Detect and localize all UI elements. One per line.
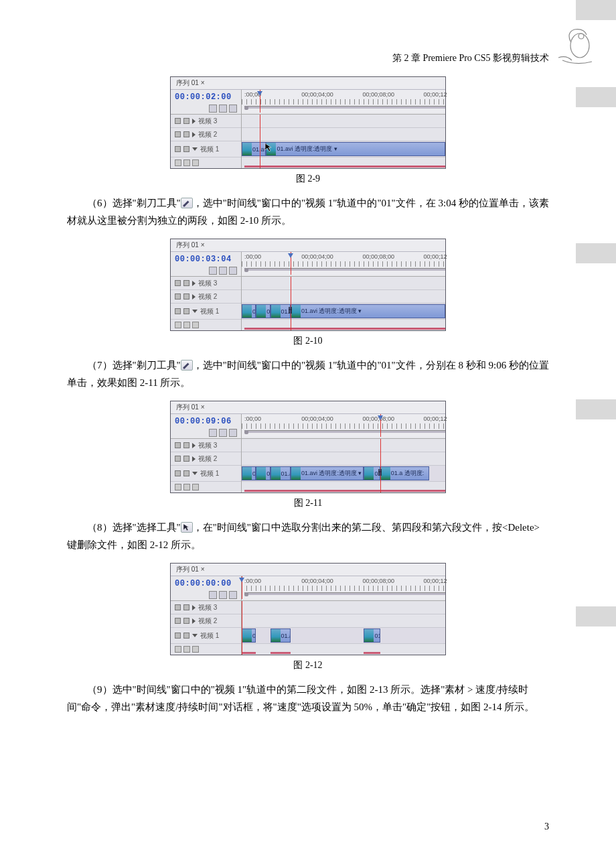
time-ruler[interactable]: :00;00 00;00;04;00 00;00;08;00 00;00;12 bbox=[242, 90, 445, 113]
tick-label: 00;00;04;00 bbox=[301, 578, 333, 584]
clip[interactable]: 01.a bbox=[242, 466, 256, 480]
playhead-line[interactable] bbox=[380, 439, 381, 492]
timeline-options[interactable] bbox=[175, 105, 237, 113]
tick-label: :00;00 bbox=[244, 578, 261, 584]
track-header-v3[interactable]: 视频 3 bbox=[171, 277, 241, 290]
time-ruler[interactable]: :00;00 00;00;04;00 00;00;08;00 00;00;12 bbox=[242, 576, 445, 599]
timeline-options[interactable] bbox=[175, 429, 237, 437]
clip[interactable]: 01.avi bbox=[242, 629, 256, 643]
tick-label: 00;00;12 bbox=[424, 578, 447, 584]
figure-2-10: 序列 01 × 00:00:03:04 :00;00 00;00;04;00 0… bbox=[67, 239, 549, 347]
page-content: 序列 01 × 00:00:02:00 :00;00 00;00;04;00 0… bbox=[67, 72, 549, 725]
collapse-icon[interactable] bbox=[192, 119, 196, 124]
track-controls[interactable] bbox=[171, 320, 241, 330]
current-timecode[interactable]: 00:00:02:00 bbox=[175, 92, 237, 102]
sequence-tab[interactable]: 序列 01 × bbox=[171, 401, 445, 414]
wrench-icon[interactable] bbox=[229, 105, 237, 113]
side-tab bbox=[576, 243, 616, 263]
clip-label: 01.avi 透明度:透明度 ▾ bbox=[277, 145, 337, 153]
timeline-options[interactable] bbox=[175, 267, 237, 275]
figure-caption: 图 2-10 bbox=[67, 335, 549, 347]
timeline-options[interactable] bbox=[175, 591, 237, 599]
clip[interactable]: 01.avi 透明度:透明度 ▾ bbox=[291, 466, 364, 480]
track-header-v1[interactable]: 视频 1 bbox=[171, 466, 241, 482]
clip[interactable]: 01.a 透明度: bbox=[380, 466, 429, 480]
playhead[interactable] bbox=[242, 576, 242, 599]
lock-icon[interactable] bbox=[183, 118, 189, 124]
collapse-icon[interactable] bbox=[192, 132, 196, 137]
lock-icon[interactable] bbox=[183, 131, 189, 137]
clip[interactable]: 01.avi bbox=[364, 629, 380, 643]
time-ruler[interactable]: :00;00 00;00;04;00 00;00;08;00 00;00;12 bbox=[242, 252, 445, 275]
playhead[interactable] bbox=[380, 414, 381, 437]
lock-icon[interactable] bbox=[183, 146, 189, 152]
clip[interactable]: 01.avi bbox=[242, 142, 266, 156]
svg-point-0 bbox=[570, 34, 589, 58]
tick-label: 00;00;08;00 bbox=[362, 253, 394, 260]
clip[interactable]: 01.a bbox=[242, 304, 256, 318]
current-timecode[interactable]: 00:00:09:06 bbox=[175, 417, 237, 426]
time-ruler[interactable]: :00;00 00;00;04;00 00;00;08;00 00;00;12 bbox=[242, 414, 445, 437]
track-header-v1[interactable]: 视频 1 bbox=[171, 304, 241, 320]
razor-tool-icon bbox=[181, 360, 193, 371]
track-header-v1[interactable]: 视频 1 bbox=[171, 141, 241, 157]
video1-track[interactable]: 01.a 01.a 01.avi 01.avi 透明度:透明度 ▾ bbox=[242, 304, 445, 320]
track-name: 视频 3 bbox=[198, 117, 217, 126]
clip[interactable]: 01.avi bbox=[271, 629, 291, 643]
track-header-v2[interactable]: 视频 2 bbox=[171, 128, 241, 141]
selection-tool-icon bbox=[181, 522, 193, 533]
clip[interactable]: 01.a bbox=[256, 466, 270, 480]
playhead[interactable] bbox=[260, 90, 260, 113]
playhead-line[interactable] bbox=[242, 601, 242, 655]
timeline-panel: 序列 01 × 00:00:02:00 :00;00 00;00;04;00 0… bbox=[170, 76, 446, 169]
snap-icon[interactable] bbox=[209, 105, 217, 113]
track-header-v1[interactable]: 视频 1 bbox=[171, 628, 241, 644]
timeline-panel: 序列 01 × 00:00:03:04 :00;00 00;00;04;00 0… bbox=[170, 239, 446, 331]
playhead[interactable] bbox=[291, 252, 291, 275]
clip-label: 01.avi bbox=[252, 146, 266, 153]
track-header-v3[interactable]: 视频 3 bbox=[171, 439, 241, 452]
sequence-tab[interactable]: 序列 01 × bbox=[171, 77, 445, 90]
eye-icon[interactable] bbox=[175, 146, 181, 152]
eye-icon[interactable] bbox=[175, 131, 181, 137]
track-header-v3[interactable]: 视频 3 bbox=[171, 601, 241, 614]
playhead-line[interactable] bbox=[260, 115, 260, 168]
razor-cursor-icon bbox=[288, 306, 296, 316]
current-timecode[interactable]: 00:00:00:00 bbox=[175, 579, 237, 588]
marker-icon[interactable] bbox=[219, 105, 227, 113]
clip[interactable]: 01.avi 透明度:透明度 ▾ bbox=[266, 142, 445, 156]
sequence-tab[interactable]: 序列 01 × bbox=[171, 239, 445, 252]
track-header-v2[interactable]: 视频 2 bbox=[171, 614, 241, 628]
page-number: 3 bbox=[544, 821, 549, 832]
figure-2-9: 序列 01 × 00:00:02:00 :00;00 00;00;04;00 0… bbox=[67, 76, 549, 185]
track-header-v2[interactable]: 视频 2 bbox=[171, 452, 241, 466]
sequence-tab[interactable]: 序列 01 × bbox=[171, 564, 445, 576]
track-header-v3[interactable]: 视频 3 bbox=[171, 115, 241, 128]
timeline-panel: 序列 01 × 00:00:00:00 :00;00 00;00;04;00 0… bbox=[170, 563, 446, 655]
eye-icon[interactable] bbox=[175, 118, 181, 124]
clip[interactable]: 01.avi 透明度:透明度 ▾ bbox=[291, 304, 445, 318]
track-header-v2[interactable]: 视频 2 bbox=[171, 290, 241, 304]
svg-point-3 bbox=[183, 367, 185, 369]
clip[interactable]: 01.a bbox=[256, 304, 270, 318]
current-timecode[interactable]: 00:00:03:04 bbox=[175, 255, 237, 264]
track-name: 视频 2 bbox=[198, 130, 217, 139]
playhead-line[interactable] bbox=[291, 277, 291, 330]
tick-label: 00;00;12 bbox=[424, 253, 447, 260]
expand-icon[interactable] bbox=[192, 147, 198, 151]
figure-caption: 图 2-11 bbox=[67, 497, 549, 509]
paragraph-9: （9）选中"时间线"窗口中的"视频 1"轨道中的第二段文件，如图 2-13 所示… bbox=[67, 681, 549, 716]
figure-caption: 图 2-12 bbox=[67, 659, 549, 671]
clip[interactable]: 01.avi bbox=[271, 466, 291, 480]
chapter-ornament bbox=[549, 28, 597, 67]
side-tab bbox=[576, 87, 616, 107]
tick-label: 00;00;04;00 bbox=[301, 91, 333, 98]
clip-thumbnail bbox=[242, 143, 252, 155]
tick-label: :00;00 bbox=[244, 253, 261, 260]
track-controls[interactable] bbox=[171, 482, 241, 492]
track-controls[interactable] bbox=[171, 157, 241, 168]
paragraph-6: （6）选择"剃刀工具"，选中"时间线"窗口中的"视频 1"轨道中的"01"文件，… bbox=[67, 194, 549, 229]
video1-track[interactable]: 01.avi 01.avi 01.avi bbox=[242, 628, 445, 644]
video1-track[interactable]: 01.a 01.a 01.avi 01.avi 透明度:透明度 ▾ 01.av … bbox=[242, 466, 445, 482]
track-controls[interactable] bbox=[171, 644, 241, 655]
